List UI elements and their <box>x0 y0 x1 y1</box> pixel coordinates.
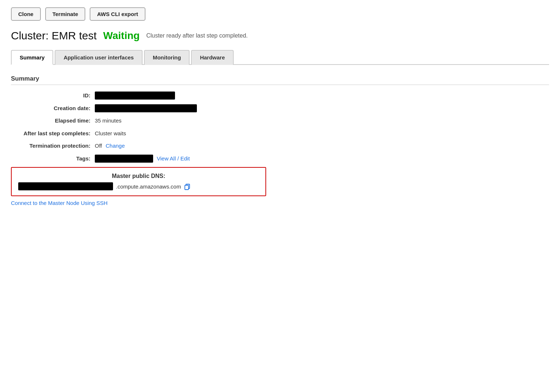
cluster-title: Cluster: EMR test <box>11 30 97 42</box>
cluster-header: Cluster: EMR test Waiting Cluster ready … <box>11 30 549 42</box>
field-id-label: ID: <box>11 92 95 100</box>
field-tags: Tags: View All / Edit <box>11 155 549 163</box>
tab-bar: Summary Application user interfaces Moni… <box>11 49 549 65</box>
aws-cli-export-button[interactable]: AWS CLI export <box>90 7 145 21</box>
clone-button[interactable]: Clone <box>11 7 41 21</box>
redacted-creation-date <box>95 104 197 112</box>
master-dns-label: Master public DNS: <box>18 173 259 179</box>
master-dns-value-row: .compute.amazonaws.com <box>18 182 259 190</box>
master-dns-box: Master public DNS: .compute.amazonaws.co… <box>11 167 266 196</box>
cluster-status-badge: Waiting <box>103 30 140 42</box>
cluster-status-description: Cluster ready after last step completed. <box>146 32 248 39</box>
field-after-last-step: After last step completes: Cluster waits <box>11 129 549 138</box>
tab-monitoring[interactable]: Monitoring <box>144 50 190 65</box>
summary-section: Summary ID: Creation date: Elapsed time:… <box>11 75 549 206</box>
toolbar: Clone Terminate AWS CLI export <box>11 7 549 21</box>
field-elapsed-time-label: Elapsed time: <box>11 117 95 125</box>
field-after-last-step-label: After last step completes: <box>11 129 95 138</box>
field-termination-protection: Termination protection: Off Change <box>11 142 549 150</box>
field-termination-protection-label: Termination protection: <box>11 142 95 150</box>
redacted-tags <box>95 155 153 163</box>
field-tags-label: Tags: <box>11 155 95 163</box>
field-creation-date-label: Creation date: <box>11 104 95 113</box>
tab-summary[interactable]: Summary <box>11 50 53 65</box>
field-tags-value: View All / Edit <box>95 155 190 163</box>
field-after-last-step-value: Cluster waits <box>95 129 126 138</box>
master-dns-suffix: .compute.amazonaws.com <box>116 183 181 190</box>
tab-application-user-interfaces[interactable]: Application user interfaces <box>55 50 143 65</box>
redacted-id <box>95 92 175 100</box>
field-id-value <box>95 92 175 100</box>
svg-rect-1 <box>185 185 188 190</box>
termination-protection-change-link[interactable]: Change <box>106 142 125 150</box>
field-id: ID: <box>11 92 549 100</box>
field-creation-date-value <box>95 104 197 112</box>
summary-section-title: Summary <box>11 75 549 85</box>
termination-protection-status: Off <box>95 142 102 150</box>
redacted-master-dns <box>18 182 113 190</box>
copy-dns-icon[interactable] <box>184 183 191 190</box>
tab-hardware[interactable]: Hardware <box>191 50 233 65</box>
field-creation-date: Creation date: <box>11 104 549 113</box>
terminate-button[interactable]: Terminate <box>45 7 86 21</box>
tags-view-all-edit-link[interactable]: View All / Edit <box>157 155 190 163</box>
field-termination-protection-value: Off Change <box>95 142 125 150</box>
field-elapsed-time: Elapsed time: 35 minutes <box>11 117 549 125</box>
ssh-connect-link[interactable]: Connect to the Master Node Using SSH <box>11 200 549 206</box>
field-elapsed-time-value: 35 minutes <box>95 117 121 125</box>
